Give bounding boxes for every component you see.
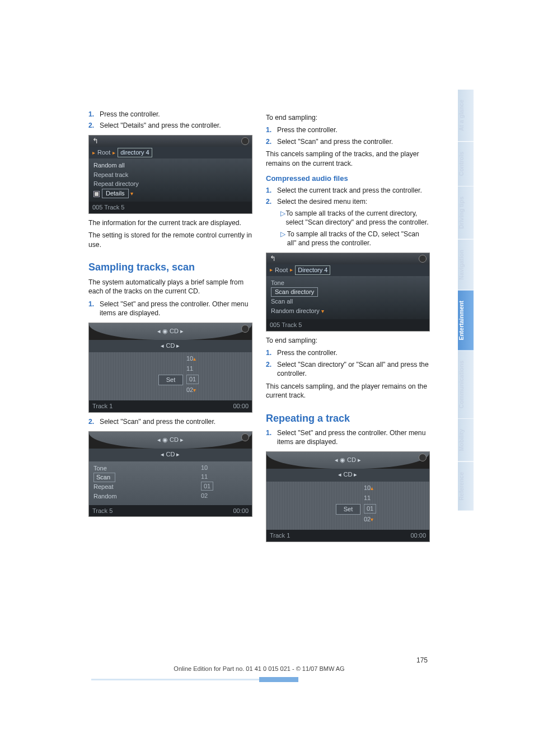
step-text: Press the controller. <box>277 125 430 134</box>
chevron-down-icon: ▾ <box>193 387 196 393</box>
chevron-right-icon: ▸ <box>113 149 115 157</box>
chevron-up-icon: ▴ <box>371 485 373 491</box>
body-text: The information for the current track ar… <box>88 218 252 227</box>
step-number: 1. <box>88 300 100 318</box>
status-track: Track 100:00 <box>266 530 429 542</box>
screenshot-cd-scan: ◂ ◉ CD ▸ ◂ CD ▸ Tone10 Scan11 Repeat01 R… <box>88 431 252 517</box>
tab-entertainment[interactable]: Entertainment <box>458 291 474 351</box>
chevron-down-icon: ▾ <box>321 308 324 314</box>
ordered-step: 2.Select "Details" and press the control… <box>88 121 252 130</box>
page-number: 175 <box>416 656 428 664</box>
breadcrumb: ▸ Root ▸ directory 4 <box>89 147 252 158</box>
step-number: 1. <box>266 186 277 195</box>
ordered-step: 1.Select "Set" and press the controller.… <box>88 300 252 318</box>
breadcrumb-root: Root <box>97 148 110 157</box>
step-text: Select "Set" and press the controller. O… <box>277 428 430 447</box>
wheel-value: 11 <box>364 494 371 502</box>
step-number: 2. <box>88 417 100 426</box>
triangle-bullet-icon: ▷ <box>280 230 287 248</box>
wheel-value: 11 <box>186 365 193 373</box>
menu-item: Random all <box>93 161 247 170</box>
menu-item: Random directory ▾ <box>271 306 425 316</box>
step-number: 1. <box>266 348 277 357</box>
ordered-step: 1.Press the controller. <box>266 125 430 134</box>
step-text: Select "Details" and press the controlle… <box>100 121 252 130</box>
step-number: 2. <box>266 197 277 206</box>
sub-label: ◂ CD ▸ <box>89 340 252 353</box>
wheel-value: 10▴ <box>364 484 373 492</box>
wheel-value: 02▾ <box>364 515 373 524</box>
menu-item: Repeat track <box>93 170 247 180</box>
dial-icon <box>419 255 427 263</box>
tab-at-a-glance[interactable]: At a glance <box>458 90 474 142</box>
step-number: 1. <box>266 428 277 447</box>
step-text: Select "Scan directory" or "Scan all" an… <box>277 360 430 379</box>
ordered-step: 2.Select "Scan" and press the controller… <box>88 417 252 426</box>
menu-item-details: Details ▾ <box>93 189 247 198</box>
dial-icon <box>241 325 249 333</box>
breadcrumb-root: Root <box>275 266 288 274</box>
sub-step-text: To sample all tracks of the CD, select "… <box>287 230 430 248</box>
tab-communications[interactable]: Communications <box>458 351 474 419</box>
wheel-value-selected: 01 <box>364 504 376 514</box>
status-track: 005 Track 5 <box>89 202 252 213</box>
footer-text: Online Edition for Part no. 01 41 0 015 … <box>88 665 430 672</box>
wheel-value: 10▴ <box>186 354 196 363</box>
set-button: Set <box>336 504 360 515</box>
step-number: 1. <box>88 110 100 119</box>
dial-icon <box>419 454 427 461</box>
heading-repeating: Repeating a track <box>266 412 430 425</box>
sub-step-text: To sample all tracks of the current dire… <box>285 209 430 227</box>
heading-sampling: Sampling tracks, scan <box>88 260 252 274</box>
sub-label: ◂ CD ▸ <box>266 469 429 482</box>
triangle-bullet-icon: ▷ <box>280 209 285 227</box>
menu-item: Tone <box>93 464 247 473</box>
set-button: Set <box>158 375 183 385</box>
tab-navigation[interactable]: Navigation <box>458 240 474 291</box>
menu-item: Scan all <box>271 297 425 306</box>
step-text: Select "Scan" and press the controller. <box>100 417 252 426</box>
step-text: Select "Set" and press the controller. O… <box>100 300 252 318</box>
wheel-value: 02▾ <box>186 386 196 394</box>
top-label: ◂ ◉ CD ▸ <box>335 456 361 464</box>
breadcrumb: ▸ Root ▸ Directory 4 <box>266 264 429 276</box>
body-text: The system automatically plays a brief s… <box>88 278 252 296</box>
chevron-right-icon: ▸ <box>290 266 293 274</box>
step-text: Select "Scan" and press the controller. <box>277 137 430 146</box>
breadcrumb-current: directory 4 <box>118 148 152 157</box>
ordered-step: 1.Select "Set" and press the controller.… <box>266 428 430 447</box>
checkbox-icon <box>93 191 100 197</box>
dial-icon <box>241 137 249 145</box>
step-number: 2. <box>266 360 277 379</box>
step-text: Select the current track and press the c… <box>277 186 430 195</box>
chevron-right-icon: ▸ <box>92 149 95 157</box>
screenshot-details-menu: ↰ ▸ Root ▸ directory 4 Random all Repeat… <box>88 135 252 214</box>
tab-mobility[interactable]: Mobility <box>458 419 474 462</box>
chevron-down-icon: ▾ <box>130 190 133 197</box>
body-text: The setting is stored for the remote con… <box>88 231 252 249</box>
top-label: ◂ ◉ CD ▸ <box>157 327 184 335</box>
tab-driving-tips[interactable]: Driving tips <box>458 186 474 240</box>
sub-step: ▷To sample all tracks of the current dir… <box>266 209 430 227</box>
top-label: ◂ ◉ CD ▸ <box>157 436 184 444</box>
page-bar <box>259 677 298 682</box>
status-track: Track 500:00 <box>89 505 252 517</box>
ordered-step: 2.Select "Scan" and press the controller… <box>266 137 430 146</box>
sub-label: ◂ CD ▸ <box>89 449 252 461</box>
back-icon: ↰ <box>92 136 99 146</box>
breadcrumb-current: Directory 4 <box>295 265 330 275</box>
heading-compressed: Compressed audio files <box>266 174 430 184</box>
sub-step: ▷To sample all tracks of the CD, select … <box>266 230 430 248</box>
status-track: Track 100:00 <box>89 400 252 412</box>
step-text: Select the desired menu item: <box>277 197 430 206</box>
menu-item: Repeat <box>93 482 247 492</box>
menu-item: Repeat directory <box>93 179 247 189</box>
chevron-down-icon: ▾ <box>371 516 373 522</box>
step-number: 1. <box>266 125 277 134</box>
tab-controls[interactable]: Controls <box>458 142 474 186</box>
screenshot-cd-set-repeat: ◂ ◉ CD ▸ ◂ CD ▸ 10▴ 11 Set 01 02▾ Track … <box>266 451 430 542</box>
back-icon: ↰ <box>270 254 276 264</box>
wheel-value-selected: 01 <box>186 375 199 384</box>
menu-item-scan: Scan <box>93 473 115 482</box>
tab-reference[interactable]: Reference <box>458 462 474 511</box>
